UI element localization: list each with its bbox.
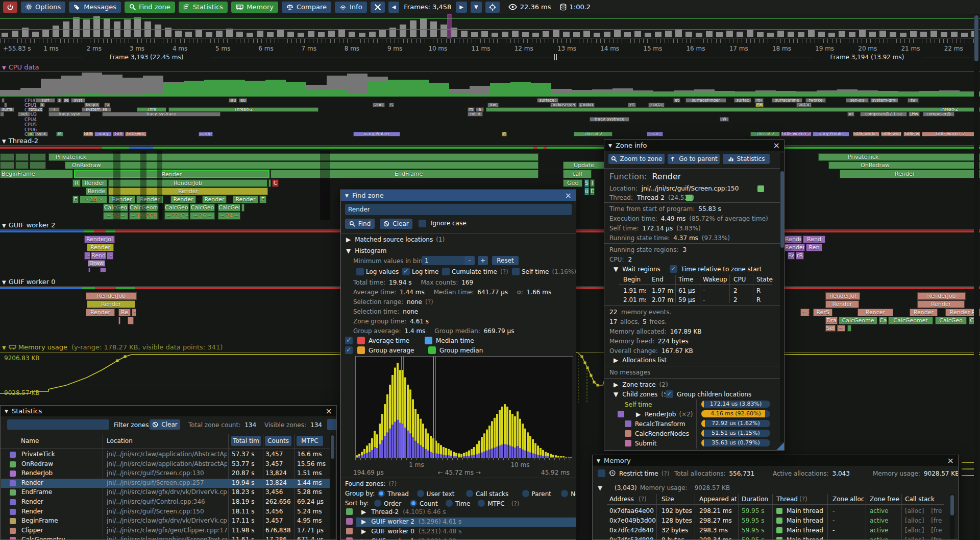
timeline-zone[interactable]: CalcGeome: [839, 317, 877, 324]
timeline-zone[interactable]: Draw: [88, 260, 105, 267]
statistics-button[interactable]: Statistics: [723, 154, 770, 164]
timeline-zone[interactable]: Thread-2: [574, 132, 612, 136]
child-zone-name[interactable]: CalcRenderNodes: [635, 430, 689, 437]
self-time-bar[interactable]: 172.14 us (3.83%): [701, 401, 770, 408]
timeline-zone[interactable]: surfac: [734, 98, 751, 103]
ignore-case-checkbox[interactable]: [419, 220, 426, 227]
timeline-zone[interactable]: rR: [796, 252, 804, 260]
stats-row[interactable]: Renderjni/../jni/src/guif/Screen.cpp:257…: [1, 479, 330, 488]
find-zone-histogram[interactable]: [355, 356, 573, 458]
timeline-zone[interactable]: fworke: [805, 98, 826, 103]
timeline-zone[interactable]: [118, 317, 120, 324]
timeline-zone[interactable]: Ca: [879, 317, 887, 324]
stats-row[interactable]: CalcGeometryjni/../jni/src/claw/graphics…: [1, 535, 330, 540]
memory-scrollbar[interactable]: [950, 494, 954, 539]
timeline-zone[interactable]: GUIF work: [881, 132, 901, 136]
timeline-zone[interactable]: CalcGec: [218, 204, 240, 212]
timeline-zone[interactable]: RenderJol: [825, 292, 860, 300]
memory-titlebar[interactable]: ▼Memory×: [593, 455, 958, 466]
timeline-zone[interactable]: [847, 325, 851, 332]
timeline-zone[interactable]: syst: [71, 98, 85, 103]
stats-row[interactable]: Clipperjni/../jni/src/claw/gfx/geo/Clipp…: [1, 526, 330, 535]
stats-row[interactable]: RenderJobjni/../jni/src/guif/Screen.cpp:…: [1, 469, 330, 478]
timeline-zone[interactable]: CalcGeo: [935, 317, 967, 324]
min-values-input[interactable]: [422, 256, 468, 265]
timeline-zone[interactable]: RenderJob: [108, 179, 267, 187]
timeline-zone[interactable]: fbt02g(: [29, 107, 43, 112]
group-by-radio[interactable]: [417, 490, 424, 497]
timeline-zone[interactable]: ~9~: [107, 252, 113, 260]
timeline-zone[interactable]: s: [389, 103, 394, 107]
timeline-zone[interactable]: et: [628, 103, 636, 107]
timeline-zone[interactable]: GUIF-w: [903, 132, 920, 136]
zone-info-scrollbar-thumb[interactable]: [780, 171, 784, 248]
timeline-zone[interactable]: Render: [108, 187, 268, 195]
zone-group-row[interactable]: ▶Thread-2(4,105) 6.46 s: [361, 508, 446, 515]
timeline-zone[interactable]: Re: [788, 252, 795, 260]
child-zone-bar[interactable]: 72.92 us (1.62%): [701, 420, 770, 427]
timeline-zone[interactable]: surface!: [537, 98, 558, 103]
sort-by-radio[interactable]: [446, 500, 453, 507]
timeline-zone[interactable]: M: [56, 132, 63, 136]
toggle-cumulate-time[interactable]: [442, 268, 450, 275]
timeline-zone[interactable]: system_se: [82, 107, 111, 112]
decrement-button[interactable]: -: [464, 256, 475, 265]
timeline-zone[interactable]: Update: [563, 161, 605, 169]
timeline-zone[interactable]: Render: [87, 244, 114, 251]
timeline-zone[interactable]: Thread-2: [750, 132, 780, 136]
timeline-zone[interactable]: Trac: [647, 132, 663, 136]
child-zone-bar[interactable]: 51.51 us (1.15%): [701, 430, 770, 437]
stats-row[interactable]: PrivateTickjni/../jni/src/claw/applicati…: [1, 450, 330, 459]
timeline-zone[interactable]: Tracy Profiler: [353, 132, 400, 136]
restrict-time-checkbox[interactable]: [598, 469, 605, 477]
timeline-zone[interactable]: Rend: [91, 252, 106, 260]
timeline-zone[interactable]: sen-sis: [846, 98, 869, 103]
timeline-zone[interactable]: kv.gm: [84, 103, 100, 107]
timeline-zone[interactable]: ~18~: [80, 196, 107, 203]
legend-checkbox[interactable]: [345, 346, 353, 354]
timeline-zone[interactable]: GUIF worker 0: [853, 132, 879, 136]
timeline-zone[interactable]: F: [72, 196, 79, 203]
timeline-zone[interactable]: composer@: [923, 112, 954, 116]
timeline-zone[interactable]: [241, 204, 244, 212]
group-by-radio[interactable]: [522, 490, 529, 497]
child-zone-name[interactable]: RecalcTransform: [635, 420, 685, 428]
close-icon[interactable]: ×: [565, 192, 572, 200]
timeline-zone[interactable]: rol: [754, 98, 764, 103]
group-children-checkbox[interactable]: [666, 390, 673, 398]
child-zone-name[interactable]: ▶RenderJob(×2): [636, 411, 693, 418]
sort-counts-button[interactable]: Counts: [265, 436, 291, 446]
timeline-zone[interactable]: audioserver: [550, 103, 577, 107]
find-button[interactable]: Find: [345, 219, 375, 229]
timeline-zone[interactable]: k: [40, 103, 45, 107]
zone-group-row[interactable]: ▶GUIF worker 2(3,296) 4.61 s: [361, 518, 461, 525]
timeline-zone[interactable]: RenderJob: [917, 292, 966, 300]
timeline-zone[interactable]: ~5~: [132, 309, 136, 316]
timeline-zone[interactable]: [15, 161, 29, 169]
timeline-zone[interactable]: Tracy: [94, 132, 112, 136]
timeline-zone[interactable]: tracy_systrace: [102, 112, 220, 116]
close-icon[interactable]: ×: [773, 142, 780, 150]
timeline-zone[interactable]: Render: [109, 196, 135, 203]
timeline-zone[interactable]: Render: [87, 300, 135, 308]
timeline-zone[interactable]: surf: [36, 98, 55, 103]
reset-button[interactable]: Reset: [492, 256, 519, 265]
timeline-zone[interactable]: system-grni: [870, 98, 898, 103]
timeline-zone[interactable]: Render: [840, 170, 980, 178]
aux-input[interactable]: [327, 419, 337, 430]
timeline-zone[interactable]: surfaceflinger: [685, 98, 726, 103]
timeline-zone[interactable]: Ren: [806, 244, 822, 251]
timeline-zone[interactable]: EndFrame: [271, 170, 538, 178]
filter-zones-input[interactable]: [7, 419, 109, 430]
timeline-zone[interactable]: /audio: [578, 103, 595, 107]
timeline-zone[interactable]: Render: [785, 236, 802, 243]
timeline-zone[interactable]: a: [476, 107, 484, 112]
timeline-zone[interactable]: tracy_systrace: [590, 117, 629, 122]
timeline-zone[interactable]: surfa: [648, 103, 665, 107]
timeline-zone[interactable]: Render: [86, 309, 115, 316]
timeline-zone[interactable]: C: [272, 179, 279, 187]
timeline-zone[interactable]: se: [63, 98, 69, 103]
timeline-zone[interactable]: ~8~: [84, 252, 90, 260]
zone-group-row[interactable]: ▶GUIF worker 0(3,231) 4.48 s: [361, 528, 461, 535]
child-zone-bar[interactable]: 4.16 ms (92.60%): [701, 410, 770, 417]
